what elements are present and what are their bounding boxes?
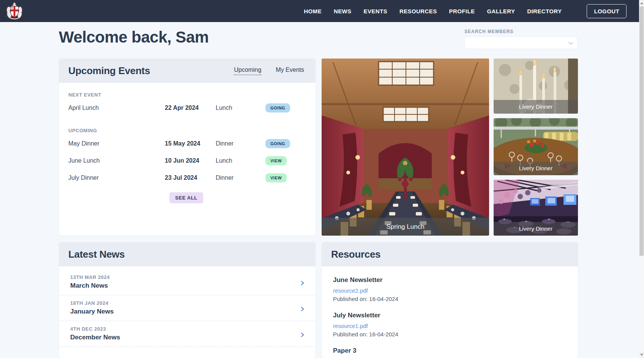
event-view-button[interactable]: VIEW: [265, 173, 287, 182]
resource-file-link[interactable]: resource1.pdf: [333, 323, 368, 329]
event-type: Lunch: [216, 105, 265, 111]
event-row: May Dinner 15 May 2024 Dinner GOING: [68, 136, 304, 150]
event-name: June Lunch: [68, 157, 165, 164]
scrollbar-thumb[interactable]: [639, 6, 644, 256]
event-date: 23 Jul 2024: [165, 174, 216, 181]
search-members-label: SEARCH MEMBERS: [464, 29, 578, 34]
chevron-right-icon: [300, 280, 305, 285]
events-card-header: Upcoming Events Upcoming My Events: [59, 59, 316, 83]
page-title: Welcome back, Sam: [59, 28, 209, 46]
upcoming-events-card: Upcoming Events Upcoming My Events NEXT …: [59, 59, 316, 236]
section-label-upcoming: UPCOMING: [68, 128, 304, 133]
resource-published: Published on: 16-04-2024: [333, 331, 567, 337]
event-date: 10 Jun 2024: [165, 157, 216, 164]
event-status-badge-going[interactable]: GOING: [265, 139, 290, 148]
top-navbar: HOME NEWS EVENTS RESOURCES PROFILE GALLE…: [0, 0, 644, 22]
event-row: July Dinner 23 Jul 2024 Dinner VIEW: [68, 171, 304, 185]
event-name: April Lunch: [68, 105, 165, 111]
events-card-title: Upcoming Events: [68, 65, 150, 77]
logout-button[interactable]: LOGOUT: [587, 4, 627, 18]
search-members-select[interactable]: [464, 36, 578, 49]
nav-item-events[interactable]: EVENTS: [364, 8, 387, 14]
news-list-item[interactable]: 18TH JAN 2024 January News: [59, 295, 316, 321]
news-list: 13TH MAR 2024 March News 18TH JAN 2024 J…: [59, 266, 316, 347]
vertical-scrollbar: [639, 0, 644, 358]
chevron-right-icon: [300, 306, 305, 310]
event-type: Lunch: [216, 157, 265, 164]
resource-published: Published on: 16-04-2024: [333, 296, 567, 302]
latest-news-card: Latest News 13TH MAR 2024 March News 18T…: [59, 242, 316, 358]
nav-item-gallery[interactable]: GALLERY: [487, 8, 515, 14]
nav-item-news[interactable]: NEWS: [334, 8, 352, 14]
resources-list: June Newsletter resource2.pdf Published …: [322, 266, 578, 355]
event-date: 15 May 2024: [165, 140, 216, 147]
resource-title: June Newsletter: [333, 276, 567, 284]
event-name: May Dinner: [68, 140, 165, 147]
event-status-badge-going[interactable]: GOING: [265, 103, 290, 112]
gallery-thumbnail[interactable]: Livery Dinner: [494, 59, 578, 114]
nav-item-home[interactable]: HOME: [304, 8, 322, 14]
gallery-main-photo[interactable]: Spring Lunch: [322, 59, 489, 236]
news-list-item[interactable]: 13TH MAR 2024 March News: [59, 269, 316, 295]
news-item-title: December News: [70, 334, 293, 341]
news-list-item[interactable]: 4TH DEC 2023 December News: [59, 321, 316, 347]
resources-card-header: Resources: [322, 242, 578, 266]
events-card-body: NEXT EVENT April Lunch 22 Apr 2024 Lunch…: [59, 92, 316, 203]
nav-item-directory[interactable]: DIRECTORY: [527, 8, 562, 14]
banquet-hall-image: [322, 59, 489, 236]
tab-my-events[interactable]: My Events: [276, 67, 304, 75]
events-tabs: Upcoming My Events: [234, 67, 304, 75]
crest-icon: [5, 2, 24, 20]
event-type: Dinner: [216, 174, 265, 181]
scroll-down-icon[interactable]: [639, 352, 644, 358]
news-card-header: Latest News: [59, 242, 316, 266]
news-item-date: 18TH JAN 2024: [70, 300, 293, 306]
chevron-down-icon: [568, 40, 574, 46]
gallery-thumbnail[interactable]: Livery Dinner: [494, 118, 578, 175]
chevron-right-icon: [300, 332, 305, 336]
resource-item: June Newsletter resource2.pdf Published …: [333, 276, 567, 302]
gallery-thumbnail[interactable]: Livery Dinner: [494, 180, 578, 236]
city-of-london-crest-logo[interactable]: [5, 2, 24, 20]
news-item-title: January News: [70, 308, 293, 315]
resources-card-title: Resources: [331, 249, 380, 260]
news-card-title: Latest News: [68, 249, 125, 260]
resources-card: Resources June Newsletter resource2.pdf …: [322, 242, 578, 358]
gallery-thumbnail-caption: Livery Dinner: [494, 222, 578, 236]
news-item-title: March News: [70, 282, 293, 290]
event-name: July Dinner: [68, 174, 165, 181]
resource-file-link[interactable]: resource2.pdf: [333, 287, 368, 294]
news-item-date: 13TH MAR 2024: [70, 274, 293, 280]
event-type: Dinner: [216, 140, 265, 147]
gallery-thumbnail-caption: Livery Dinner: [494, 100, 578, 114]
resource-item: Paper 3: [333, 347, 567, 355]
nav-links: HOME NEWS EVENTS RESOURCES PROFILE GALLE…: [304, 4, 627, 18]
event-date: 22 Apr 2024: [165, 105, 216, 111]
search-members-block: SEARCH MEMBERS: [464, 29, 578, 49]
event-row: June Lunch 10 Jun 2024 Lunch VIEW: [68, 154, 304, 168]
resource-title: Paper 3: [333, 347, 567, 355]
see-all-button[interactable]: SEE ALL: [169, 192, 203, 203]
gallery-thumbnail-caption: Livery Dinner: [494, 162, 578, 175]
event-view-button[interactable]: VIEW: [265, 156, 287, 165]
resource-title: July Newsletter: [333, 312, 567, 319]
scroll-up-icon[interactable]: [639, 0, 644, 6]
nav-item-profile[interactable]: PROFILE: [449, 8, 475, 14]
tab-upcoming[interactable]: Upcoming: [234, 67, 261, 75]
nav-item-resources[interactable]: RESOURCES: [399, 8, 437, 14]
gallery-main-caption: Spring Lunch: [322, 218, 489, 236]
resource-item: July Newsletter resource1.pdf Published …: [333, 312, 567, 337]
section-label-next-event: NEXT EVENT: [68, 92, 304, 98]
event-row: April Lunch 22 Apr 2024 Lunch GOING: [68, 101, 304, 115]
news-item-date: 4TH DEC 2023: [70, 326, 293, 332]
